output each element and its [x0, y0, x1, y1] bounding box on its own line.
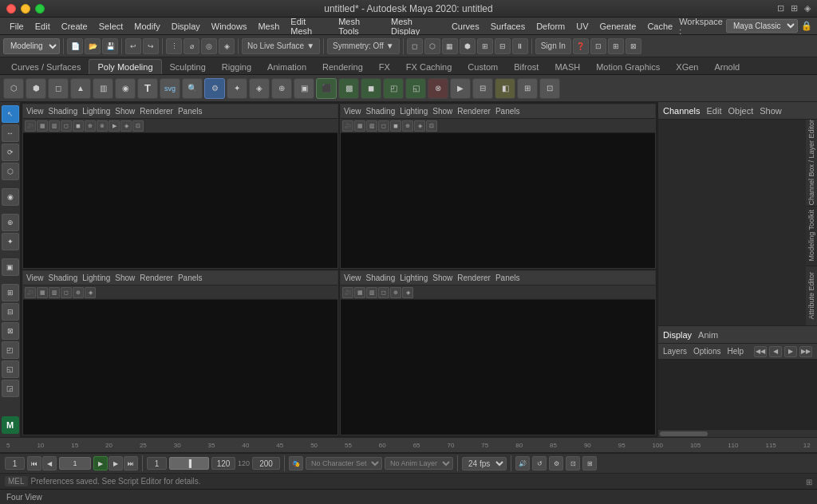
shelf-icon-tool3[interactable]: ◈: [249, 78, 270, 99]
shelf-icon-svg[interactable]: svg: [160, 78, 180, 99]
cb-tab-show[interactable]: Show: [760, 106, 782, 116]
vt-b7[interactable]: ▶: [109, 120, 120, 132]
pb-extra1[interactable]: ⊡: [566, 456, 580, 471]
shelf-icon-cylinder[interactable]: ◻: [48, 78, 69, 99]
lt-grid3[interactable]: ⊠: [2, 322, 19, 340]
vp-tr-canvas[interactable]: [341, 133, 655, 268]
vt-b6[interactable]: ⊗: [97, 120, 108, 132]
menu-display[interactable]: Display: [167, 20, 205, 33]
vt-b1[interactable]: ▦: [37, 120, 48, 132]
close-button[interactable]: [6, 4, 16, 14]
tb-snap2[interactable]: ⬡: [424, 38, 440, 54]
layers-nav-first[interactable]: ◀◀: [754, 346, 767, 357]
tb-snap-surface[interactable]: ◈: [219, 38, 235, 54]
vp-tr-view[interactable]: View: [344, 107, 361, 116]
symmetry-dropdown[interactable]: Symmetry: Off ▼: [327, 38, 400, 54]
vp-tl-panels[interactable]: Panels: [178, 107, 203, 116]
vt-b5[interactable]: ⊕: [85, 120, 96, 132]
tb-new[interactable]: 📄: [67, 38, 83, 54]
vt-bl-b4[interactable]: ⊕: [73, 287, 84, 298]
vp-bl-show[interactable]: Show: [115, 274, 135, 282]
menu-edit[interactable]: Edit: [30, 20, 55, 33]
vt-bl-b1[interactable]: ▦: [37, 287, 48, 298]
vt-tr-b1[interactable]: ▦: [354, 120, 365, 132]
vp-tr-panels[interactable]: Panels: [495, 107, 520, 116]
vt-b9[interactable]: ⊡: [132, 120, 144, 132]
vt-cam[interactable]: 🎥: [25, 120, 36, 132]
vt-tr-b5[interactable]: ⊕: [402, 120, 413, 132]
vp-bl-panels[interactable]: Panels: [178, 274, 203, 282]
pb-step-forward[interactable]: ▶: [109, 456, 123, 471]
start-frame-input[interactable]: [5, 457, 25, 470]
layers-menu-help[interactable]: Help: [727, 347, 744, 356]
vp-bl-shading[interactable]: Shading: [49, 274, 78, 282]
layers-nav-prev[interactable]: ◀: [769, 346, 782, 357]
cb-tab-object[interactable]: Object: [728, 106, 753, 116]
range-bar[interactable]: ▐: [169, 457, 209, 470]
shelf-icon-torus[interactable]: ◉: [115, 78, 136, 99]
vp-br-shading[interactable]: Shading: [366, 274, 396, 282]
vp-br-lighting[interactable]: Lighting: [400, 274, 428, 282]
cb-tab-edit[interactable]: Edit: [706, 106, 721, 116]
shelf-icon-text[interactable]: T: [137, 78, 158, 99]
tb-snap3[interactable]: ▦: [442, 38, 458, 54]
pb-loop[interactable]: ↺: [532, 456, 547, 471]
tab-curves-surfaces[interactable]: Curves / Surfaces: [3, 60, 89, 74]
current-time-display[interactable]: 1: [59, 457, 91, 470]
tb-redo[interactable]: ↪: [143, 38, 159, 54]
tab-fx-caching[interactable]: FX Caching: [398, 60, 460, 74]
shelf-icon-tool9[interactable]: ◰: [383, 78, 404, 99]
shelf-icon-tool13[interactable]: ⊟: [472, 78, 493, 99]
shelf-icon-tool1[interactable]: ⚙: [204, 78, 225, 99]
lt-snap[interactable]: ▣: [2, 258, 19, 276]
menu-edit-mesh[interactable]: Edit Mesh: [286, 15, 332, 37]
modeling-toolkit-side-label[interactable]: Modeling Toolkit: [806, 207, 817, 266]
vp-tr-show[interactable]: Show: [432, 107, 452, 116]
vp-bl-renderer[interactable]: Renderer: [140, 274, 173, 282]
shelf-icon-tool12[interactable]: ▶: [450, 78, 471, 99]
pb-play-forward[interactable]: ▶: [93, 456, 108, 471]
tb-help2[interactable]: ⊡: [590, 38, 606, 54]
lt-select[interactable]: ↖: [2, 105, 19, 123]
shelf-icon-plane[interactable]: ▥: [93, 78, 113, 99]
lt-layout[interactable]: ◰: [2, 341, 19, 359]
shelf-icon-cone[interactable]: ▲: [70, 78, 91, 99]
shelf-icon-search[interactable]: 🔍: [182, 78, 203, 99]
shelf-icon-tool10[interactable]: ◱: [405, 78, 426, 99]
tab-bifrost[interactable]: Bifrost: [506, 60, 547, 74]
tab-mash[interactable]: MASH: [547, 60, 588, 74]
lt-tab-display[interactable]: Display: [663, 330, 692, 340]
vt-bl-cam[interactable]: 🎥: [25, 287, 36, 298]
tb-snap6[interactable]: ⊟: [495, 38, 511, 54]
tab-xgen[interactable]: XGen: [668, 60, 706, 74]
tab-custom[interactable]: Custom: [460, 60, 506, 74]
vp-tl-view[interactable]: View: [26, 107, 44, 116]
lt-scale[interactable]: ⬡: [2, 163, 19, 180]
vp-tl-shading[interactable]: Shading: [49, 107, 78, 116]
lt-translate[interactable]: ↔: [2, 124, 19, 142]
range-start-input[interactable]: [147, 457, 167, 470]
tb-help3[interactable]: ⊞: [608, 38, 624, 54]
vt-b4[interactable]: ◼: [73, 120, 84, 132]
shelf-icon-tool5[interactable]: ▣: [294, 78, 314, 99]
shelf-icon-tool6[interactable]: ⬛: [316, 78, 337, 99]
workspace-dropdown[interactable]: Maya Classic: [726, 19, 798, 33]
shelf-icon-tool8[interactable]: ◼: [361, 78, 381, 99]
menu-mesh[interactable]: Mesh: [253, 20, 284, 33]
shelf-icon-tool15[interactable]: ⊞: [517, 78, 538, 99]
timeline-area[interactable]: 5 10 15 20 25 30 35 40 45 50 55 60 65 70…: [0, 437, 817, 453]
menu-generate[interactable]: Generate: [595, 20, 641, 33]
channel-box-side-label[interactable]: Channel Box / Layer Editor: [806, 120, 817, 207]
vt-tr-b3[interactable]: ◻: [378, 120, 389, 132]
fps-dropdown[interactable]: 24 fps: [462, 457, 507, 471]
tab-motion-graphics[interactable]: Motion Graphics: [588, 60, 668, 74]
vt-br-cam[interactable]: 🎥: [342, 287, 353, 298]
tab-arnold[interactable]: Arnold: [706, 60, 748, 74]
shelf-icon-tool4[interactable]: ⊕: [271, 78, 292, 99]
lt-grid2[interactable]: ⊟: [2, 303, 19, 321]
layers-menu-options[interactable]: Options: [693, 347, 720, 356]
script-expand-btn[interactable]: ⊞: [806, 477, 812, 486]
pb-audio[interactable]: 🔊: [515, 456, 530, 471]
tb-pause[interactable]: ⏸: [512, 38, 528, 54]
vt-tr-b4[interactable]: ◼: [390, 120, 401, 132]
